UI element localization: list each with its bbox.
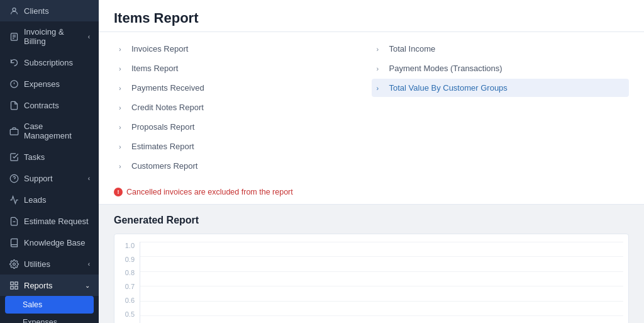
main-content: Items Report › Invoices Report › Items R… bbox=[99, 0, 644, 323]
grid-line-3 bbox=[140, 271, 623, 272]
estimate-request-icon bbox=[9, 216, 19, 226]
option-credit-notes[interactable]: › Credit Notes Report bbox=[114, 98, 372, 116]
utilities-icon bbox=[9, 259, 19, 269]
y-label-09: 0.9 bbox=[125, 256, 135, 263]
chart-container: 1.0 0.9 0.8 0.7 0.6 0.5 0.4 0.3 bbox=[114, 234, 629, 323]
knowledge-base-label: Knowledge Base bbox=[24, 238, 90, 247]
y-label-08: 0.8 bbox=[125, 269, 135, 276]
support-label: Support bbox=[24, 174, 83, 183]
knowledge-base-icon bbox=[9, 237, 19, 247]
chevron-invoices: › bbox=[119, 45, 128, 53]
sidebar-item-clients[interactable]: Clients bbox=[0, 0, 99, 21]
sidebar-subitem-sales[interactable]: Sales bbox=[5, 296, 94, 314]
warning-icon bbox=[114, 188, 123, 196]
svg-rect-8 bbox=[10, 129, 18, 135]
options-col-right: › Total Income › Payment Modes (Transact… bbox=[372, 40, 630, 175]
utilities-label: Utilities bbox=[24, 259, 83, 269]
contracts-icon bbox=[9, 100, 19, 110]
grid-line-5 bbox=[140, 301, 623, 302]
tasks-icon bbox=[9, 152, 19, 162]
option-customers-report[interactable]: › Customers Report bbox=[114, 157, 372, 175]
case-management-label: Case Management bbox=[24, 122, 90, 140]
chevron-payment-modes: › bbox=[377, 65, 386, 72]
svg-rect-16 bbox=[10, 286, 13, 288]
invoicing-chevron: ‹ bbox=[88, 33, 90, 40]
option-total-value[interactable]: › Total Value By Customer Groups bbox=[372, 79, 630, 97]
svg-point-12 bbox=[13, 263, 15, 265]
reports-chevron: ⌄ bbox=[85, 282, 90, 289]
option-items-report[interactable]: › Items Report bbox=[114, 59, 372, 77]
tasks-label: Tasks bbox=[24, 152, 90, 162]
leads-icon bbox=[9, 195, 19, 205]
sidebar-item-contracts[interactable]: Contracts bbox=[0, 94, 99, 116]
invoicing-label: Invoicing & Billing bbox=[24, 27, 83, 46]
contracts-label: Contracts bbox=[24, 101, 90, 110]
chevron-items: › bbox=[119, 65, 128, 72]
warning-bar: Cancelled invoices are excluded from the… bbox=[99, 183, 644, 205]
clients-icon bbox=[9, 6, 19, 16]
chevron-total-income: › bbox=[377, 45, 386, 53]
y-label-05: 0.5 bbox=[125, 310, 135, 318]
chevron-total-value: › bbox=[377, 84, 386, 92]
chevron-estimates: › bbox=[119, 143, 128, 150]
chart-grid bbox=[140, 242, 623, 323]
y-label-07: 0.7 bbox=[125, 283, 135, 290]
reports-label: Reports bbox=[24, 281, 80, 290]
svg-point-0 bbox=[13, 8, 16, 11]
sidebar-item-expenses[interactable]: Expenses bbox=[0, 73, 99, 94]
reports-icon bbox=[9, 280, 19, 290]
support-chevron: ‹ bbox=[88, 175, 90, 182]
subscriptions-icon bbox=[9, 57, 19, 67]
case-management-icon bbox=[9, 126, 19, 136]
sidebar-item-case-management[interactable]: Case Management bbox=[0, 116, 99, 146]
sidebar-item-reports[interactable]: Reports ⌄ bbox=[0, 275, 99, 296]
y-label-10: 1.0 bbox=[125, 242, 135, 249]
page-title: Items Report bbox=[114, 10, 629, 31]
svg-rect-14 bbox=[14, 281, 17, 284]
chevron-credit: › bbox=[119, 104, 128, 111]
chart-y-axis: 1.0 0.9 0.8 0.7 0.6 0.5 0.4 0.3 bbox=[119, 242, 140, 323]
options-col-left: › Invoices Report › Items Report › Payme… bbox=[114, 40, 372, 175]
sidebar-item-support[interactable]: Support ‹ bbox=[0, 167, 99, 189]
sidebar-item-knowledge-base[interactable]: Knowledge Base bbox=[0, 232, 99, 253]
estimate-request-label: Estimate Request bbox=[24, 217, 90, 226]
chevron-payments: › bbox=[119, 84, 128, 92]
chevron-proposals: › bbox=[119, 123, 128, 131]
grid-line-1 bbox=[140, 242, 623, 242]
leads-label: Leads bbox=[24, 195, 90, 205]
svg-rect-13 bbox=[10, 281, 13, 284]
clients-label: Clients bbox=[24, 6, 90, 16]
grid-line-4 bbox=[140, 286, 623, 286]
option-payment-modes[interactable]: › Payment Modes (Transactions) bbox=[372, 59, 630, 77]
expenses-sub-label: Expenses bbox=[23, 318, 57, 323]
sidebar-subitem-expenses[interactable]: Expenses bbox=[0, 314, 99, 323]
option-invoices-report[interactable]: › Invoices Report bbox=[114, 40, 372, 58]
warning-text: Cancelled invoices are excluded from the… bbox=[126, 188, 293, 196]
chevron-customers: › bbox=[119, 162, 128, 170]
sidebar-item-leads[interactable]: Leads bbox=[0, 189, 99, 210]
content-area: Items Report › Invoices Report › Items R… bbox=[99, 0, 644, 323]
expenses-icon bbox=[9, 79, 19, 89]
option-proposals-report[interactable]: › Proposals Report bbox=[114, 118, 372, 136]
option-estimates-report[interactable]: › Estimates Report bbox=[114, 137, 372, 156]
sidebar-item-invoicing[interactable]: Invoicing & Billing ‹ bbox=[0, 21, 99, 52]
grid-line-6 bbox=[140, 315, 623, 316]
utilities-chevron: ‹ bbox=[88, 261, 90, 268]
sidebar: Clients Invoicing & Billing ‹ Subscripti… bbox=[0, 0, 99, 323]
sidebar-item-estimate-request[interactable]: Estimate Request bbox=[0, 210, 99, 232]
option-payments-received[interactable]: › Payments Received bbox=[114, 79, 372, 97]
expenses-label: Expenses bbox=[24, 79, 90, 89]
sales-label: Sales bbox=[23, 300, 42, 309]
sidebar-item-tasks[interactable]: Tasks bbox=[0, 146, 99, 167]
grid-line-2 bbox=[140, 256, 623, 257]
option-total-income[interactable]: › Total Income bbox=[372, 40, 630, 58]
sidebar-item-utilities[interactable]: Utilities ‹ bbox=[0, 253, 99, 275]
report-header: Items Report bbox=[99, 0, 644, 32]
support-icon bbox=[9, 173, 19, 183]
invoicing-icon bbox=[9, 31, 19, 42]
sidebar-item-subscriptions[interactable]: Subscriptions bbox=[0, 52, 99, 73]
generated-report-section: Generated Report 1.0 0.9 0.8 0.7 0.6 0.5… bbox=[99, 205, 644, 323]
y-label-06: 0.6 bbox=[125, 297, 135, 304]
svg-rect-15 bbox=[14, 286, 17, 288]
subscriptions-label: Subscriptions bbox=[24, 58, 90, 67]
